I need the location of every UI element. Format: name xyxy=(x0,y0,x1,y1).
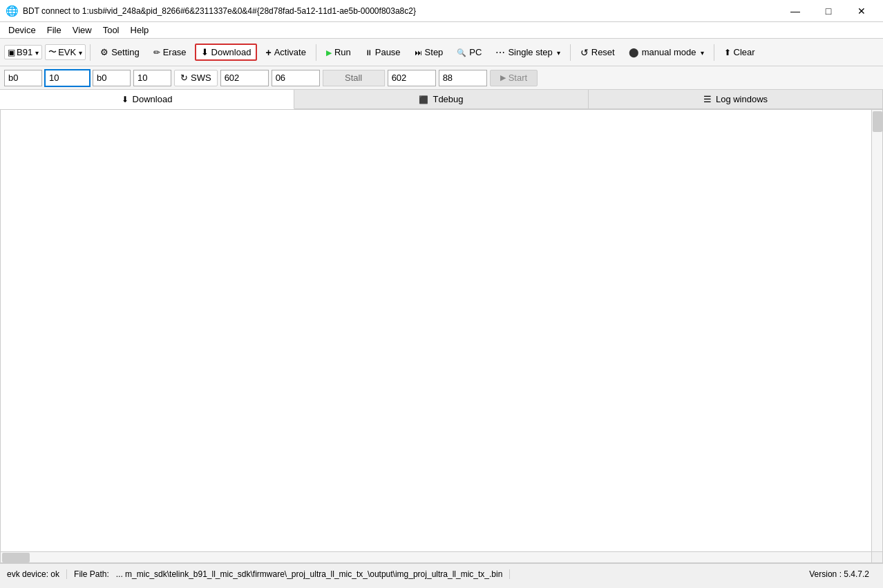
file-path-label: File Path: ... m_mic_sdk\telink_b91_ll_m… xyxy=(67,569,510,579)
download-button[interactable]: Download xyxy=(195,44,258,61)
main-content xyxy=(0,109,883,563)
menu-view[interactable]: View xyxy=(67,23,97,37)
device-status: evk device: ok xyxy=(7,569,67,579)
pc-search-icon xyxy=(457,47,466,57)
evk-label: EVK xyxy=(58,47,76,57)
manualmode-chevron-icon xyxy=(699,47,704,57)
field3-input[interactable] xyxy=(93,70,131,86)
singlestep-icon xyxy=(495,47,505,58)
field2-input[interactable] xyxy=(45,70,90,86)
download-label: Download xyxy=(211,47,251,57)
close-button[interactable]: ✕ xyxy=(846,1,877,21)
vertical-scrollbar-thumb[interactable] xyxy=(873,111,882,132)
pc-label: PC xyxy=(469,47,482,57)
erase-button[interactable]: Erase xyxy=(148,44,192,60)
sws-icon xyxy=(180,73,188,83)
field5-input[interactable] xyxy=(220,70,269,86)
activate-label: Activate xyxy=(274,47,306,57)
evk-chevron-icon xyxy=(77,47,82,57)
activate-icon xyxy=(265,47,271,58)
sep2 xyxy=(316,44,316,61)
manual-icon xyxy=(629,47,639,57)
setting-button[interactable]: Setting xyxy=(95,44,144,60)
reset-button[interactable]: Reset xyxy=(575,44,620,61)
vertical-scrollbar[interactable] xyxy=(871,110,882,562)
file-path-value: ... m_mic_sdk\telink_b91_ll_mic_sdk\firm… xyxy=(116,569,503,579)
manualmode-label: manual mode xyxy=(642,47,696,57)
run-button[interactable]: Run xyxy=(321,44,357,60)
b91-chevron-icon xyxy=(34,47,39,57)
field6-input[interactable] xyxy=(272,70,320,86)
content-area xyxy=(1,110,871,562)
tab-tdebug-label: Tdebug xyxy=(433,94,463,104)
field8-input[interactable] xyxy=(439,70,487,86)
clear-icon xyxy=(724,47,731,57)
pc-button[interactable]: PC xyxy=(451,44,487,60)
title-bar-left: BDT connect to 1:usb#vid_248a&pid_8266#6… xyxy=(6,5,416,17)
menu-file[interactable]: File xyxy=(41,23,67,37)
tab-logwin-icon xyxy=(703,94,712,104)
tab-download[interactable]: Download xyxy=(0,90,294,109)
window-title: BDT connect to 1:usb#vid_248a&pid_8266#6… xyxy=(23,6,416,16)
stall-field xyxy=(323,70,385,86)
menu-tool[interactable]: Tool xyxy=(97,23,125,37)
reset-label: Reset xyxy=(591,47,615,57)
evk-dropdown[interactable]: EVK xyxy=(45,44,86,60)
tab-tdebug-icon xyxy=(419,94,428,104)
title-bar-controls: — □ ✕ xyxy=(779,1,877,21)
settings-icon xyxy=(100,47,108,57)
field1-input[interactable] xyxy=(4,70,42,86)
singlestep-label: Single step xyxy=(508,47,552,57)
clear-button[interactable]: Clear xyxy=(719,44,761,60)
menu-bar: Device File View Tool Help xyxy=(0,22,883,39)
tab-download-label: Download xyxy=(133,94,173,104)
pause-button[interactable]: Pause xyxy=(359,44,406,60)
b91-label: B91 xyxy=(17,47,32,57)
manualmode-button[interactable]: manual mode xyxy=(623,44,710,60)
reset-icon xyxy=(580,47,589,58)
b91-icon xyxy=(8,47,15,57)
activate-button[interactable]: Activate xyxy=(260,44,311,61)
pause-label: Pause xyxy=(375,47,401,57)
horizontal-scrollbar[interactable] xyxy=(1,551,871,562)
step-label: Step xyxy=(425,47,444,57)
start-label: Start xyxy=(509,73,527,83)
version-text: Version : 5.4.7.2 xyxy=(802,569,876,579)
download-icon xyxy=(201,47,209,57)
singlestep-chevron-icon xyxy=(556,47,560,57)
tab-tdebug[interactable]: Tdebug xyxy=(294,90,589,108)
address-bar: SWS ▶ Start xyxy=(0,66,883,90)
start-button[interactable]: ▶ Start xyxy=(490,70,538,86)
horizontal-scrollbar-thumb[interactable] xyxy=(2,553,30,562)
singlestep-button[interactable]: Single step xyxy=(490,44,565,61)
run-icon xyxy=(326,47,332,57)
toolbar: B91 EVK Setting Erase Download Activate … xyxy=(0,39,883,66)
title-bar: BDT connect to 1:usb#vid_248a&pid_8266#6… xyxy=(0,0,883,22)
pause-icon xyxy=(365,47,372,57)
minimize-button[interactable]: — xyxy=(779,1,811,21)
menu-help[interactable]: Help xyxy=(125,23,155,37)
erase-icon xyxy=(153,47,160,57)
field7-input[interactable] xyxy=(388,70,436,86)
tab-logwindows-label: Log windows xyxy=(716,94,768,104)
tab-bar: Download Tdebug Log windows xyxy=(0,90,883,109)
step-icon xyxy=(415,47,422,57)
evk-icon xyxy=(48,46,57,58)
clear-label: Clear xyxy=(734,47,755,57)
maximize-button[interactable]: □ xyxy=(813,1,844,21)
file-path-label-text: File Path: xyxy=(74,569,109,579)
field4-input[interactable] xyxy=(133,70,171,86)
menu-device[interactable]: Device xyxy=(3,23,41,37)
sep4 xyxy=(714,44,714,61)
erase-label: Erase xyxy=(163,47,187,57)
run-label: Run xyxy=(334,47,351,57)
app-icon xyxy=(6,5,19,17)
setting-label: Setting xyxy=(111,47,139,57)
tab-download-icon xyxy=(122,94,129,104)
tab-logwindows[interactable]: Log windows xyxy=(589,90,883,108)
step-button[interactable]: Step xyxy=(409,44,449,60)
sep3 xyxy=(570,44,571,61)
sws-button[interactable]: SWS xyxy=(174,70,218,86)
sws-label: SWS xyxy=(191,73,211,83)
b91-dropdown[interactable]: B91 xyxy=(4,45,42,59)
